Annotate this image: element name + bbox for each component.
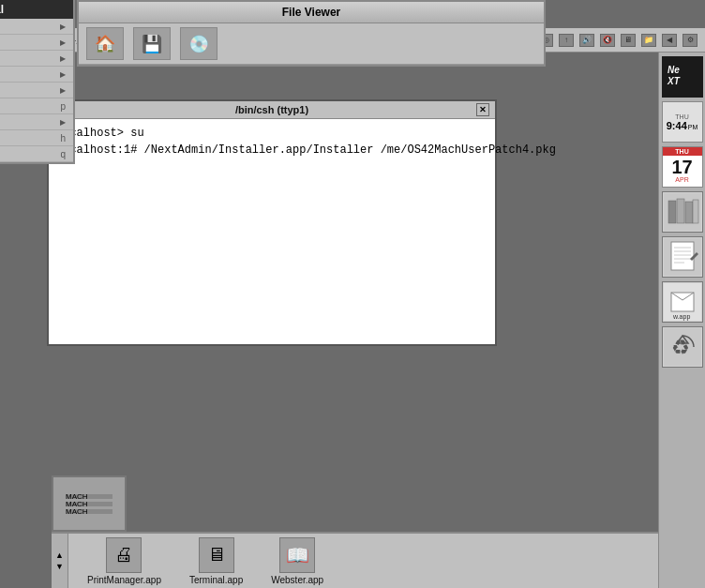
file-viewer-window: File Viewer 🏠 💾 💿 [77, 0, 546, 67]
clock-widget[interactable]: THU 9:44 PM [662, 101, 703, 143]
terminal-close-button[interactable]: ✕ [476, 103, 489, 116]
mute-icon: 🔇 [600, 34, 615, 47]
cal-date: 17 [671, 158, 692, 176]
menu-item-info[interactable]: Info ▶ [0, 19, 73, 35]
menu-item-print-shortcut: p [60, 101, 66, 112]
terminal-dock-icon: 🖥 [199, 537, 234, 573]
menu-item-windows-arrow: ▶ [60, 86, 66, 95]
menu-item-print[interactable]: Print... p [0, 98, 73, 114]
clock-time: 9:44 [667, 120, 687, 131]
cal-day: THU [663, 147, 702, 156]
toolbar-disk-icon[interactable]: 💾 [133, 27, 171, 60]
app-menu: Terminal Info ▶ Shell ▶ Edit ▶ Font ▶ Wi… [0, 0, 75, 164]
svg-rect-9 [671, 242, 694, 270]
dock-item-printmanager-label: PrintManager.app [87, 575, 161, 585]
calendar-widget[interactable]: THU 17 APR [662, 146, 703, 188]
menu-item-shell[interactable]: Shell ▶ [0, 35, 73, 51]
shelf-lines: MACH MACH MACH [66, 494, 112, 514]
webster-icon: 📖 [279, 537, 315, 573]
menu-item-font[interactable]: Font ▶ [0, 67, 73, 83]
clock-ampm: PM [688, 124, 698, 130]
shelf-line-3: MACH [66, 509, 112, 514]
menu-item-quit-shortcut: q [60, 149, 66, 159]
menu-item-quit[interactable]: Quit q [0, 146, 73, 162]
dock-item-terminal-label: Terminal.app [189, 575, 243, 585]
svg-rect-6 [685, 202, 693, 223]
menu-item-services[interactable]: Services ▶ [0, 114, 73, 130]
toolbar-cd-icon[interactable]: 💿 [180, 27, 218, 60]
toolbar-home-icon[interactable]: 🏠 [86, 27, 124, 60]
printmanager-icon: 🖨 [106, 537, 142, 573]
app-icon[interactable]: w.app [662, 281, 703, 323]
menu-item-font-arrow: ▶ [60, 70, 66, 79]
svg-text:Ne: Ne [668, 65, 680, 75]
svg-text:XT: XT [667, 76, 681, 86]
app-shelf[interactable]: MACH MACH MACH [52, 475, 127, 532]
menu-item-services-arrow: ▶ [60, 118, 66, 127]
file-viewer-title: File Viewer [79, 2, 544, 23]
menu-item-hide[interactable]: Hide h [0, 130, 73, 146]
terminal-body[interactable]: localhost> su localhost:1# /NextAdmin/In… [49, 119, 495, 344]
speaker-icon: 🔊 [579, 34, 594, 47]
dock-items: 🖨 PrintManager.app 🖥 Terminal.app 📖 Webs… [68, 537, 342, 585]
monitor-icon: 🖥 [621, 34, 636, 47]
clock-day: THU [675, 113, 688, 120]
dock-scroll-controls[interactable]: ▲ ▼ [52, 534, 68, 588]
scroll-up-arrow[interactable]: ▲ [55, 550, 64, 560]
menu-item-windows[interactable]: Windows ▶ [0, 83, 73, 98]
dock-item-terminal[interactable]: 🖥 Terminal.app [189, 537, 243, 585]
menu-item-info-arrow: ▶ [60, 23, 66, 31]
folder-icon: 📁 [641, 34, 656, 47]
svg-rect-4 [668, 201, 676, 223]
svg-rect-5 [677, 199, 684, 223]
dock-item-printmanager[interactable]: 🖨 PrintManager.app [87, 537, 161, 585]
shelf-line-1: MACH [66, 494, 112, 499]
document-icon[interactable] [662, 236, 703, 278]
next-logo[interactable]: Ne XT [662, 56, 703, 98]
menu-item-edit-arrow: ▶ [60, 54, 66, 63]
menu-item-hide-shortcut: h [60, 133, 66, 143]
terminal-line-2: localhost:1# /NextAdmin/Installer.app/In… [56, 142, 488, 158]
dock-bar: ▲ ▼ 🖨 PrintManager.app 🖥 Terminal.app 📖 … [52, 532, 658, 588]
cal-month: APR [675, 176, 688, 183]
shelf-line-2: MACH [66, 502, 112, 506]
terminal-window: /bin/csh (ttyp1) ✕ localhost> su localho… [47, 99, 497, 346]
dock-item-webster-label: Webster.app [271, 575, 323, 585]
svg-text:w.app: w.app [672, 313, 690, 321]
menu-title: Terminal [0, 0, 73, 19]
manual-icon[interactable] [662, 191, 703, 233]
menu-item-edit[interactable]: Edit ▶ [0, 51, 73, 67]
terminal-title: /bin/csh (ttyp1) [68, 104, 476, 115]
next-dock: Ne XT THU 9:44 PM THU 17 APR [658, 53, 705, 588]
terminal-line-1: localhost> su [56, 125, 488, 142]
menu-item-shell-arrow: ▶ [60, 38, 66, 47]
settings-icon[interactable]: ⚙ [682, 34, 698, 47]
svg-text:♻: ♻ [671, 336, 690, 359]
terminal-titlebar: /bin/csh (ttyp1) ✕ [49, 101, 495, 119]
arrow-icon: ◀ [662, 34, 677, 47]
cursor-icon: ↑ [559, 34, 574, 47]
svg-rect-7 [693, 200, 698, 223]
desktop: Ctrl+Alt, um den Mauszeiger frei... OPEN… [0, 0, 705, 588]
scroll-down-arrow[interactable]: ▼ [55, 562, 64, 571]
file-viewer-toolbar: 🏠 💾 💿 [79, 23, 544, 65]
dock-item-webster[interactable]: 📖 Webster.app [271, 537, 323, 585]
recycle-icon[interactable]: ♻ [662, 326, 703, 368]
